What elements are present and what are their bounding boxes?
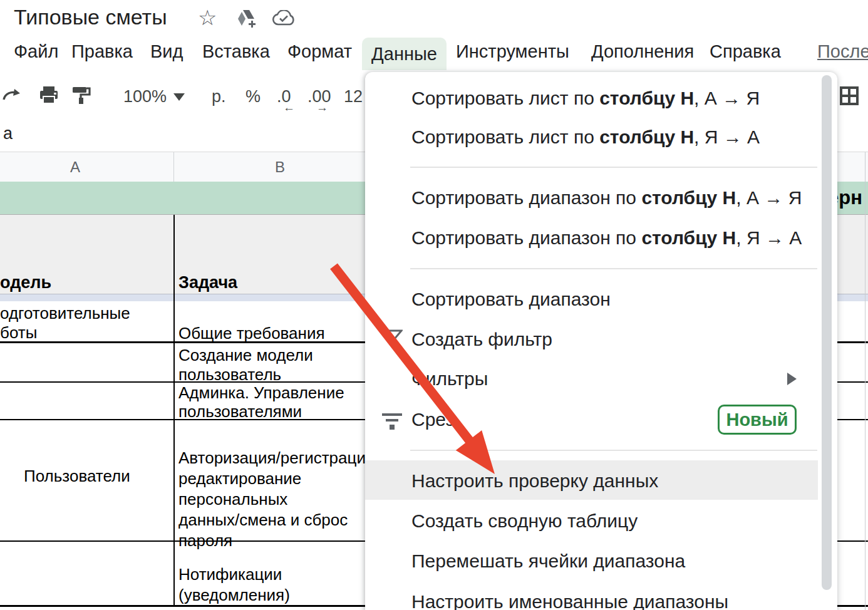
menubar-item-help[interactable]: Справка — [710, 41, 781, 62]
table-column-border — [173, 215, 175, 607]
document-title[interactable]: Типовые сметы — [14, 5, 167, 29]
print-glyph — [39, 86, 59, 105]
menu-divider — [410, 167, 817, 168]
increase-decimals-arrow-icon: → — [316, 101, 328, 115]
new-feature-badge: Новый — [718, 405, 797, 435]
menu-item-data-validation[interactable]: Настроить проверку данных — [411, 468, 658, 494]
cell-line: данных/смена и сброс — [178, 510, 366, 530]
redo-glyph — [2, 86, 22, 103]
filter-funnel-icon — [383, 329, 403, 348]
zoom-select[interactable]: 100% — [123, 87, 167, 106]
menu-item-text-bold: столбцу H — [641, 227, 736, 248]
cloud-check-icon[interactable] — [272, 10, 296, 29]
menu-item-text: Сортировать диапазон по — [411, 187, 641, 208]
menu-item-create-filter[interactable]: Создать фильтр — [411, 327, 552, 352]
menubar-item-format[interactable]: Формат — [287, 41, 352, 62]
cell-line: одготовительные — [0, 304, 130, 323]
cell-line: Авторизация/регистраци — [178, 448, 366, 468]
menu-item-text-bold: столбцу H — [599, 88, 694, 108]
cell-line: пользователями — [178, 402, 344, 421]
column-gridline — [173, 152, 174, 182]
drive-move-icon[interactable] — [237, 9, 258, 30]
column-header-b[interactable]: B — [242, 158, 318, 176]
menu-item-text: Сортировать диапазон по — [411, 227, 641, 248]
menubar-item-file[interactable]: Файл — [14, 41, 58, 62]
menu-item-sort-range[interactable]: Сортировать диапазон — [411, 287, 611, 312]
menu-item-sort-range-za[interactable]: Сортировать диапазон по столбцу H, Я → А — [411, 225, 802, 251]
menubar-item-edit[interactable]: Правка — [71, 41, 133, 62]
formula-bar-value: а — [3, 124, 13, 143]
menu-item-randomize-range[interactable]: Перемешать ячейки диапазона — [411, 549, 685, 574]
cell-line: редактирование — [178, 468, 366, 489]
decrease-decimals-arrow-icon: ← — [283, 101, 295, 115]
cell-line: (уведомления) — [178, 585, 290, 606]
menubar-item-tools[interactable]: Инструменты — [456, 41, 569, 62]
submenu-arrow-icon — [787, 373, 797, 385]
borders-glyph — [840, 86, 859, 105]
menu-item-create-pivot-table[interactable]: Создать сводную таблицу — [411, 509, 638, 534]
column-header-a[interactable]: A — [38, 158, 113, 176]
cell-line: боты — [0, 323, 130, 343]
menubar-item-view[interactable]: Вид — [150, 41, 183, 62]
paint-format-icon[interactable] — [71, 86, 91, 107]
slicer-icon — [381, 412, 403, 433]
table-header-model: одель — [0, 272, 51, 293]
menu-item-text-bold: столбцу H — [599, 127, 694, 147]
cell-b-auth-registration[interactable]: Авторизация/регистраци редактирование пе… — [178, 448, 366, 551]
format-currency-button[interactable]: р. — [212, 87, 226, 106]
menu-item-text: , Я → А — [694, 127, 760, 147]
menu-item-text-bold: столбцу H — [641, 187, 736, 208]
menubar-item-addons[interactable]: Дополнения — [591, 41, 694, 62]
borders-icon[interactable] — [840, 86, 859, 108]
redo-icon[interactable] — [2, 86, 22, 106]
cell-b-admin-users[interactable]: Админка. Управление пользователями — [178, 383, 344, 421]
menu-item-named-ranges[interactable]: Настроить именованные диапазоны — [411, 589, 728, 610]
cell-line: Нотификации — [178, 564, 290, 585]
print-icon[interactable] — [39, 86, 59, 107]
menu-item-text: , Я → А — [736, 227, 802, 248]
menu-item-slicer[interactable]: Срез — [411, 407, 454, 432]
menu-item-sort-range-az[interactable]: Сортировать диапазон по столбцу H, А → Я — [411, 185, 802, 210]
cell-line: персональных — [178, 489, 366, 510]
chevron-down-icon[interactable] — [173, 93, 185, 101]
cell-line: Создание модели — [178, 346, 313, 365]
paint-format-glyph — [71, 86, 91, 105]
last-edit-link[interactable]: Послед — [817, 41, 868, 62]
menubar-item-data-active[interactable]: Данные — [362, 38, 447, 70]
menu-item-text: , А → Я — [694, 88, 760, 108]
menubar-item-insert[interactable]: Вставка — [202, 41, 270, 62]
font-size-select[interactable]: 12 — [344, 87, 363, 106]
menu-item-sort-sheet-az[interactable]: Сортировать лист по столбцу H, А → Я — [411, 86, 760, 111]
menu-item-filters[interactable]: Фильтры — [411, 366, 488, 391]
menu-divider — [410, 450, 817, 451]
format-percent-button[interactable]: % — [245, 87, 261, 106]
right-gridline — [865, 152, 865, 610]
menu-item-text: Сортировать лист по — [411, 127, 599, 147]
drive-move-glyph — [237, 9, 258, 28]
cloud-check-glyph — [272, 10, 296, 26]
menu-item-text: , А → Я — [736, 187, 802, 208]
menubar-item-data-label: Данные — [362, 38, 447, 70]
cell-line: Админка. Управление — [178, 383, 344, 402]
menu-divider — [410, 268, 817, 269]
menu-item-text: Сортировать лист по — [411, 88, 599, 108]
star-icon[interactable]: ☆ — [198, 5, 217, 30]
cell-b-notifications[interactable]: Нотификации (уведомления) — [178, 564, 290, 606]
cell-a-prep-works[interactable]: одготовительные боты — [0, 304, 130, 343]
table-header-task: Задача — [178, 272, 237, 293]
menu-item-sort-sheet-za[interactable]: Сортировать лист по столбцу H, Я → А — [411, 125, 760, 150]
cell-b-create-user-model[interactable]: Создание модели пользователь — [178, 346, 313, 385]
cell-a-users-group[interactable]: Пользователи — [24, 466, 130, 487]
menu-scrollbar-thumb[interactable] — [822, 75, 832, 590]
